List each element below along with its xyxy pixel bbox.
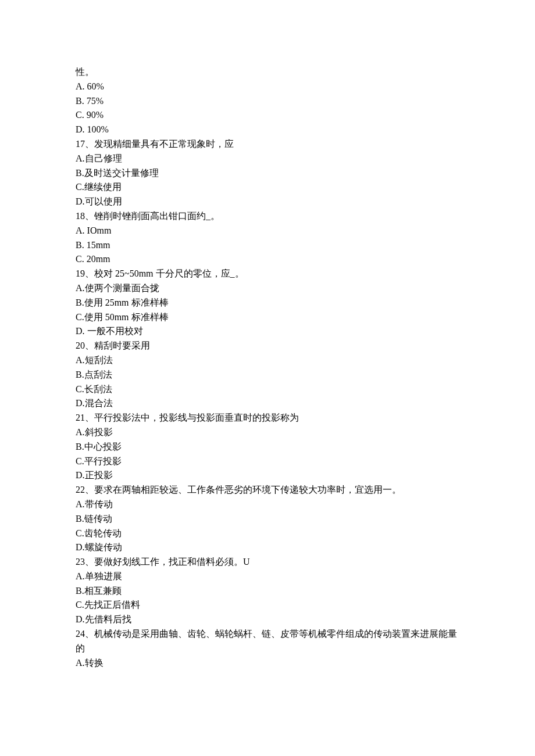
option-a: A.自己修理 xyxy=(76,152,459,166)
option-a: A.斜投影 xyxy=(76,425,459,440)
option-c: C.齿轮传动 xyxy=(76,526,459,541)
option-c: C.长刮法 xyxy=(76,382,459,397)
option-d: D.正投影 xyxy=(76,468,459,483)
document-page: 性。 A. 60% B. 75% C. 90% D. 100% 17、发现精细量… xyxy=(0,0,535,756)
option-d: D.螺旋传动 xyxy=(76,540,459,555)
option-b: B. 75% xyxy=(76,94,459,109)
option-c: C.继续使用 xyxy=(76,180,459,195)
question-21: 21、平行投影法中，投影线与投影面垂直时的投影称为 xyxy=(76,411,459,425)
option-d: D. 一般不用校对 xyxy=(76,324,459,339)
option-d: D.先借料后找 xyxy=(76,612,459,627)
option-a: A.单独进展 xyxy=(76,569,459,584)
question-24: 24、机械传动是采用曲轴、齿轮、蜗轮蜗杆、链、皮带等机械零件组成的传动装置来进展… xyxy=(76,627,459,656)
question-19: 19、校对 25~50mm 千分尺的零位，应_。 xyxy=(76,267,459,281)
option-d: D.可以使用 xyxy=(76,195,459,209)
option-a: A.带传动 xyxy=(76,497,459,512)
option-c: C.平行投影 xyxy=(76,454,459,469)
question-22: 22、要求在两轴相距较远、工作条件恶劣的环境下传递较大功率时，宜选用一。 xyxy=(76,483,459,497)
option-a: A. 60% xyxy=(76,80,459,94)
option-a: A.短刮法 xyxy=(76,353,459,368)
option-a: A. IOmm xyxy=(76,224,459,238)
option-b: B.相互兼顾 xyxy=(76,584,459,599)
option-c: C.先找正后借料 xyxy=(76,598,459,612)
option-b: B.使用 25mm 标准样棒 xyxy=(76,296,459,310)
option-b: B.点刮法 xyxy=(76,368,459,382)
option-c: C. 20mm xyxy=(76,252,459,267)
question-17: 17、发现精细量具有不正常现象时，应 xyxy=(76,137,459,152)
option-d: D.混合法 xyxy=(76,396,459,411)
option-a: A.转换 xyxy=(76,656,459,671)
text-line: 性。 xyxy=(76,65,459,80)
option-b: B. 15mm xyxy=(76,238,459,253)
option-c: C.使用 50mm 标准样棒 xyxy=(76,310,459,325)
question-18: 18、锉削时锉削面高出钳口面约_。 xyxy=(76,209,459,224)
option-b: B.中心投影 xyxy=(76,440,459,454)
option-b: B.链传动 xyxy=(76,512,459,526)
option-c: C. 90% xyxy=(76,108,459,123)
question-23: 23、要做好划线工作，找正和借料必须。U xyxy=(76,555,459,569)
option-b: B.及时送交计量修理 xyxy=(76,166,459,181)
question-20: 20、精刮时要采用 xyxy=(76,339,459,353)
option-d: D. 100% xyxy=(76,123,459,137)
option-a: A.使两个测量面合拢 xyxy=(76,281,459,296)
